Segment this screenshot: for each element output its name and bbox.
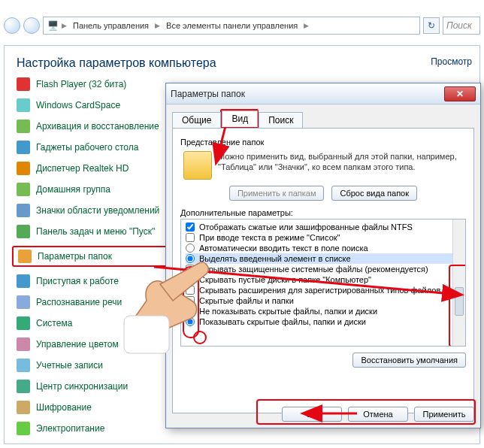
annotation-highlight: Вид (220, 109, 259, 129)
reset-folders-button[interactable]: Сброс вида папок (331, 186, 417, 201)
app-icon (17, 183, 30, 196)
checkbox-input[interactable] (186, 233, 195, 242)
control-panel-item-label: Система (36, 318, 72, 328)
radio-input[interactable] (186, 254, 195, 263)
annotation-highlight (183, 266, 199, 338)
control-panel-item-label: Управление цветом (36, 339, 119, 350)
tab-panel-view: Представление папок Можно применить вид,… (172, 128, 474, 413)
app-icon (18, 250, 32, 263)
breadcrumb-segment[interactable]: Панель управления (70, 21, 152, 30)
folder-views-icon (183, 151, 212, 180)
app-icon (17, 120, 30, 133)
search-placeholder: Поиск (446, 20, 472, 31)
nav-forward-button[interactable] (23, 17, 40, 34)
control-panel-item-label: Распознавание речи (36, 297, 122, 307)
app-icon (17, 401, 30, 414)
app-icon (17, 316, 30, 330)
control-panel-item[interactable]: Параметры папок (18, 250, 112, 263)
control-panel-item-label: Электропитание (36, 423, 104, 434)
annotation-highlight (256, 399, 476, 425)
checkbox-input[interactable] (186, 222, 195, 232)
close-button[interactable]: ✕ (444, 86, 476, 101)
app-icon (17, 162, 30, 175)
refresh-button[interactable]: ↻ (423, 17, 440, 34)
toolbar: 🖥️ ▶ Панель управления ▶ Все элементы па… (4, 15, 480, 36)
advanced-setting-label: Выделять введенный элемент в списке (199, 254, 351, 263)
control-panel-item-label: Диспетчер Realtek HD (36, 163, 129, 174)
control-panel-item-label: Параметры папок (38, 251, 112, 262)
control-panel-item-label: Архивация и восстановление (36, 121, 159, 132)
app-icon (17, 274, 30, 288)
advanced-setting-label: Скрывать пустые диски в папке "Компьютер… (199, 275, 371, 284)
advanced-setting-label: Автоматически вводить текст в поле поиск… (199, 244, 368, 253)
control-panel-item-label: Шифрование (36, 402, 92, 413)
control-panel-item-label: Приступая к работе (36, 276, 119, 286)
app-icon (17, 141, 30, 154)
nav-back-button[interactable] (4, 17, 20, 34)
advanced-setting-label: Отображать сжатые или зашифрованные файл… (199, 222, 413, 232)
app-icon (17, 359, 30, 372)
dialog-titlebar: Параметры папок ✕ (166, 83, 480, 104)
chevron-right-icon: ▶ (304, 22, 309, 29)
control-panel-item-label: Домашняя группа (36, 184, 110, 195)
advanced-setting-row[interactable]: Автоматически вводить текст в поле поиск… (186, 243, 461, 253)
address-bar[interactable]: 🖥️ ▶ Панель управления ▶ Все элементы па… (43, 17, 420, 35)
advanced-setting-row[interactable]: Скрывать защищенные системные файлы (рек… (186, 264, 461, 274)
control-panel-item-label: Учетные записи (36, 360, 103, 371)
tab-general[interactable]: Общие (172, 112, 221, 129)
page-title: Настройка параметров компьютера (5, 46, 479, 77)
app-icon (17, 338, 30, 351)
advanced-settings-list: Отображать сжатые или зашифрованные файл… (180, 219, 466, 347)
breadcrumb-segment[interactable]: Все элементы панели управления (163, 21, 301, 30)
advanced-setting-row[interactable]: Показывать скрытые файлы, папки и диски (186, 316, 461, 327)
app-icon (17, 225, 30, 238)
app-icon (17, 77, 30, 91)
control-panel-item-label: Значки области уведомлений (36, 205, 159, 216)
advanced-setting-row[interactable]: Скрывать расширения для зарегистрированн… (186, 285, 461, 295)
search-input[interactable]: Поиск (443, 17, 480, 35)
group-folder-views: Представление папок (180, 138, 466, 147)
control-panel-item-label: Windows CardSpace (36, 100, 120, 110)
view-mode-label[interactable]: Просмотр (431, 56, 472, 67)
tab-strip: Общие Вид Поиск (172, 109, 474, 129)
chevron-right-icon: ▶ (155, 22, 160, 29)
app-icon (17, 380, 30, 393)
control-panel-item-label: Flash Player (32 бита) (36, 79, 126, 89)
apply-to-folders-button[interactable]: Применить к папкам (229, 186, 325, 201)
folder-views-description: Можно применить вид, выбранный для этой … (218, 151, 466, 173)
restore-defaults-button[interactable]: Восстановить умолчания (352, 353, 466, 368)
annotation-highlight (193, 331, 207, 344)
control-panel-icon: 🖥️ (47, 20, 59, 32)
advanced-setting-row[interactable]: Отображать сжатые или зашифрованные файл… (186, 222, 461, 232)
advanced-setting-label: Не показывать скрытые файлы, папки и дис… (199, 307, 377, 316)
radio-input[interactable] (186, 244, 195, 253)
chevron-right-icon: ▶ (62, 22, 67, 29)
app-icon (17, 295, 30, 309)
advanced-setting-label: При вводе текста в режиме "Список" (199, 233, 340, 242)
control-panel-item-label: Центр синхронизации (36, 381, 128, 392)
app-icon (17, 204, 30, 217)
app-icon (17, 422, 30, 435)
annotation-highlight (449, 265, 466, 347)
dialog-title: Параметры папок (171, 89, 245, 99)
advanced-setting-row[interactable]: При вводе текста в режиме "Список" (186, 232, 461, 243)
advanced-setting-row[interactable]: Не показывать скрытые файлы, папки и дис… (186, 306, 461, 316)
advanced-setting-row[interactable]: Скрытые файлы и папки (186, 295, 461, 306)
app-icon (17, 98, 30, 112)
control-panel-item-label: Гаджеты рабочего стола (36, 142, 138, 153)
control-panel-item-label: Панель задач и меню "Пуск" (36, 226, 155, 237)
advanced-setting-label: Скрытые файлы и папки (199, 296, 294, 305)
advanced-settings-label: Дополнительные параметры: (180, 208, 466, 217)
advanced-setting-label: Показывать скрытые файлы, папки и диски (199, 317, 366, 326)
tab-view[interactable]: Вид (222, 110, 258, 127)
folder-options-dialog: Параметры папок ✕ Общие Вид Поиск Предст… (165, 83, 481, 428)
advanced-setting-row[interactable]: Скрывать пустые диски в папке "Компьютер… (186, 274, 461, 285)
advanced-setting-label: Скрывать расширения для зарегистрированн… (199, 286, 440, 295)
advanced-setting-row[interactable]: Выделять введенный элемент в списке (186, 253, 461, 264)
tab-search[interactable]: Поиск (259, 112, 303, 129)
advanced-setting-label: Скрывать защищенные системные файлы (рек… (199, 265, 428, 274)
